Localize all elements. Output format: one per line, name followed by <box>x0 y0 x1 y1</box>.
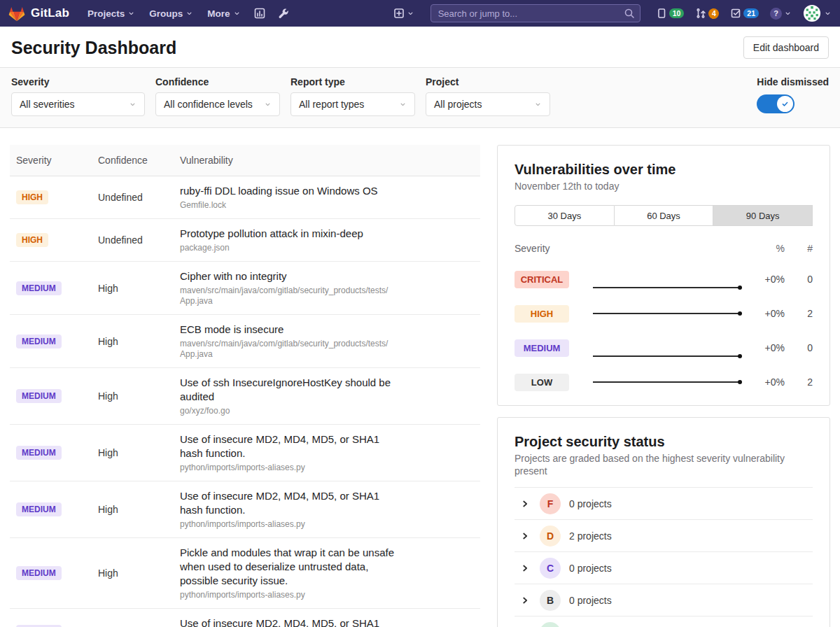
sparkline <box>593 339 743 357</box>
filter-label: Severity <box>11 76 145 87</box>
edit-dashboard-button[interactable]: Edit dashboard <box>743 36 829 59</box>
filter-group: Severity All severities <box>11 76 145 116</box>
confidence-value: High <box>92 504 174 515</box>
sparkline <box>593 304 743 323</box>
trend-count: 2 <box>792 376 813 388</box>
navbar-right: 10 4 21 ? <box>387 4 832 22</box>
filter-selected-value: All report types <box>299 99 364 110</box>
vulnerability-row[interactable]: MEDIUM High Use of insecure MD2, MD4, MD… <box>10 609 480 627</box>
chevron-right-icon <box>520 596 530 605</box>
sparkline <box>593 373 743 391</box>
project-security-status-card: Project security status Projects are gra… <box>497 417 830 627</box>
severity-trend-row: CRITICAL +0% 0 <box>514 270 813 288</box>
grade-row[interactable]: B 0 projects <box>514 584 813 616</box>
sparkline-line <box>593 381 741 383</box>
vulnerability-row[interactable]: MEDIUM High ECB mode is insecure maven/s… <box>10 315 480 368</box>
vulnerability-row[interactable]: MEDIUM High Use of insecure MD2, MD4, MD… <box>10 425 480 481</box>
help-menu-button[interactable]: ? <box>770 8 792 20</box>
severity-badge: MEDIUM <box>16 446 62 460</box>
vulnerability-row[interactable]: MEDIUM High Use of ssh InsecureIgnoreHos… <box>10 368 480 425</box>
issues-button[interactable]: 10 <box>656 8 685 19</box>
nav-menu-item[interactable]: Groups <box>149 8 193 19</box>
right-column: Vulnerabilities over time November 12th … <box>497 145 830 627</box>
main-content: Severity Confidence Vulnerability HIGH U… <box>0 128 840 627</box>
filter-dropdown[interactable]: All severities <box>11 92 145 116</box>
grade-badge: D <box>540 526 561 547</box>
trend-percent: +0% <box>750 342 785 353</box>
severity-trend-row: MEDIUM +0% 0 <box>514 339 813 357</box>
vulnerability-row[interactable]: HIGH Undefined Prototype pollution attac… <box>10 219 480 262</box>
todos-count-badge: 21 <box>743 8 759 18</box>
search-input[interactable] <box>430 4 640 22</box>
file-path: package.json <box>180 243 393 253</box>
nav-menu-item[interactable]: Projects <box>88 8 135 19</box>
file-path: python/imports/imports-aliases.py <box>180 463 393 473</box>
brand-wordmark: GitLab <box>31 6 69 20</box>
grade-row[interactable]: F 0 projects <box>514 487 813 519</box>
severity-badge: MEDIUM <box>16 281 62 295</box>
analytics-chart-icon[interactable] <box>254 8 265 19</box>
file-path: maven/src/main/java/com/gitlab/security_… <box>180 339 393 360</box>
vulnerability-title: Use of ssh InsecureIgnoreHostKey should … <box>180 376 400 404</box>
vulnerability-row[interactable]: MEDIUM High Cipher with no integrity mav… <box>10 262 480 315</box>
vulnerability-row[interactable]: MEDIUM High Use of insecure MD2, MD4, MD… <box>10 481 480 538</box>
vulnerability-row[interactable]: MEDIUM High Pickle and modules that wrap… <box>10 538 480 609</box>
day-range-button[interactable]: 30 Days <box>514 205 615 226</box>
card-title: Vulnerabilities over time <box>514 161 813 178</box>
sparkline-end-dot <box>738 354 742 358</box>
card-subtitle: November 12th to today <box>514 180 813 192</box>
chevron-down-icon <box>534 101 542 108</box>
new-menu-button[interactable] <box>393 8 414 19</box>
nav-menu-item[interactable]: More <box>207 8 240 19</box>
vulnerability-title: Prototype pollution attack in mixin-deep <box>180 227 400 241</box>
toggle-knob <box>777 96 793 112</box>
merge-requests-button[interactable]: 4 <box>695 8 719 19</box>
day-range-button[interactable]: 90 Days <box>713 205 813 226</box>
card-subtitle: Projects are graded based on the highest… <box>514 452 813 477</box>
hide-dismissed-toggle[interactable] <box>757 94 794 113</box>
admin-wrench-icon[interactable] <box>278 8 289 19</box>
filter-dropdown[interactable]: All projects <box>426 92 550 116</box>
chevron-down-icon <box>127 10 135 17</box>
todos-button[interactable]: 21 <box>730 8 759 19</box>
sparkline-end-dot <box>738 380 742 384</box>
severity-badge: MEDIUM <box>16 625 62 627</box>
sparkline-end-dot <box>738 286 742 290</box>
global-search <box>430 4 640 22</box>
vulnerabilities-over-time-card: Vulnerabilities over time November 12th … <box>497 145 830 406</box>
trend-count: 0 <box>792 274 813 285</box>
severity-trend-row: HIGH +0% 2 <box>514 304 813 323</box>
filter-dropdown[interactable]: All report types <box>290 92 415 116</box>
check-icon <box>781 100 789 108</box>
grade-row[interactable]: D 2 projects <box>514 519 813 551</box>
sparkline-end-dot <box>738 311 742 316</box>
user-avatar <box>803 4 821 22</box>
chevron-down-icon <box>129 101 136 108</box>
user-menu-button[interactable] <box>803 4 832 22</box>
grade-project-count: 0 projects <box>569 498 612 509</box>
severity-badge: MEDIUM <box>16 334 62 348</box>
severity-badge: MEDIUM <box>16 502 62 516</box>
gitlab-home-link[interactable]: GitLab <box>8 6 69 22</box>
severity-chip: MEDIUM <box>514 339 569 357</box>
grade-row[interactable]: A 0 projects <box>514 616 813 627</box>
chevron-down-icon <box>186 10 193 17</box>
vulnerability-row[interactable]: HIGH Undefined ruby-ffi DDL loading issu… <box>10 176 480 219</box>
severity-badge: HIGH <box>16 190 48 204</box>
navbar-left: GitLab Projects Groups More <box>8 6 295 22</box>
spark-header-row: Severity % # <box>514 243 813 254</box>
day-range-button[interactable]: 60 Days <box>615 205 714 226</box>
chevron-right-icon <box>520 563 530 573</box>
grade-badge: A <box>540 622 561 627</box>
severity-chip: CRITICAL <box>514 271 569 288</box>
confidence-value: High <box>92 283 174 294</box>
question-icon: ? <box>770 8 782 20</box>
filter-dropdown[interactable]: All confidence levels <box>155 92 280 116</box>
vulnerability-title: Use of insecure MD2, MD4, MD5, or SHA1 h… <box>180 432 400 460</box>
spark-header-percent: % <box>750 243 785 254</box>
column-header-vulnerability: Vulnerability <box>174 145 480 176</box>
filter-selected-value: All confidence levels <box>164 99 253 110</box>
issues-icon <box>656 8 667 19</box>
grade-row[interactable]: C 0 projects <box>514 551 813 584</box>
vulnerability-list: Severity Confidence Vulnerability HIGH U… <box>10 145 480 627</box>
